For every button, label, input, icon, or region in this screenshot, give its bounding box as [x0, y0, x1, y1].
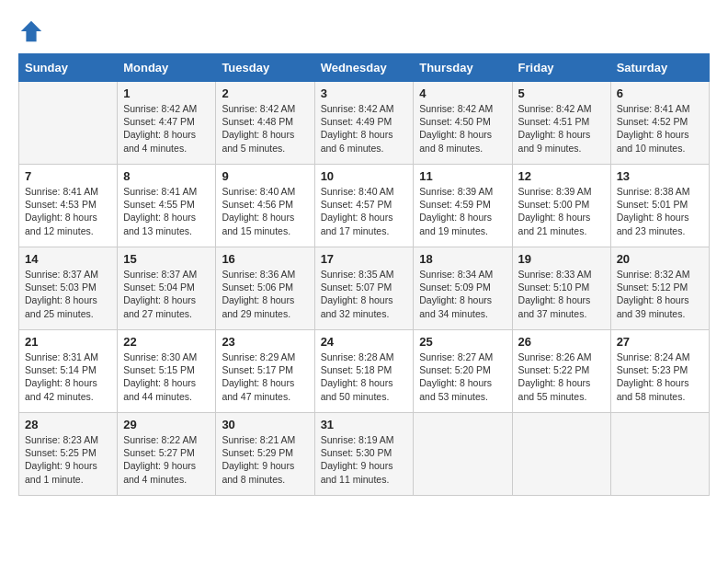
calendar-cell: 27Sunrise: 8:24 AM Sunset: 5:23 PM Dayli…	[610, 330, 709, 413]
day-number: 9	[222, 169, 308, 183]
calendar-cell: 6Sunrise: 8:41 AM Sunset: 4:52 PM Daylig…	[610, 82, 709, 165]
day-number: 31	[321, 418, 408, 431]
calendar-cell: 5Sunrise: 8:42 AM Sunset: 4:51 PM Daylig…	[512, 82, 610, 165]
svg-marker-0	[21, 21, 41, 41]
calendar-table: SundayMondayTuesdayWednesdayThursdayFrid…	[18, 53, 710, 496]
day-header-sunday: Sunday	[19, 54, 118, 82]
calendar-cell: 7Sunrise: 8:41 AM Sunset: 4:53 PM Daylig…	[19, 165, 118, 247]
day-number: 14	[25, 252, 111, 266]
day-header-monday: Monday	[118, 54, 216, 82]
week-row-4: 21Sunrise: 8:31 AM Sunset: 5:14 PM Dayli…	[19, 330, 710, 413]
cell-content: Sunrise: 8:42 AM Sunset: 4:50 PM Dayligh…	[419, 102, 506, 155]
calendar-cell	[19, 82, 118, 165]
day-number: 12	[518, 169, 605, 183]
day-number: 13	[617, 169, 703, 183]
calendar-cell: 19Sunrise: 8:33 AM Sunset: 5:10 PM Dayli…	[512, 247, 610, 330]
calendar-cell	[610, 413, 709, 496]
cell-content: Sunrise: 8:42 AM Sunset: 4:51 PM Dayligh…	[518, 102, 605, 155]
cell-content: Sunrise: 8:34 AM Sunset: 5:09 PM Dayligh…	[419, 268, 506, 320]
cell-content: Sunrise: 8:41 AM Sunset: 4:53 PM Dayligh…	[25, 185, 111, 237]
cell-content: Sunrise: 8:23 AM Sunset: 5:25 PM Dayligh…	[25, 433, 111, 486]
day-number: 4	[419, 86, 506, 100]
calendar-cell: 9Sunrise: 8:40 AM Sunset: 4:56 PM Daylig…	[216, 165, 314, 247]
calendar-cell: 26Sunrise: 8:26 AM Sunset: 5:22 PM Dayli…	[512, 330, 610, 413]
calendar-cell: 12Sunrise: 8:39 AM Sunset: 5:00 PM Dayli…	[512, 165, 610, 247]
day-number: 22	[123, 335, 210, 349]
day-number: 2	[222, 86, 308, 100]
calendar-cell: 30Sunrise: 8:21 AM Sunset: 5:29 PM Dayli…	[216, 413, 314, 496]
day-number: 16	[222, 252, 308, 266]
day-header-tuesday: Tuesday	[216, 54, 314, 82]
day-header-wednesday: Wednesday	[314, 54, 414, 82]
day-number: 7	[25, 169, 111, 183]
day-header-thursday: Thursday	[414, 54, 512, 82]
cell-content: Sunrise: 8:35 AM Sunset: 5:07 PM Dayligh…	[321, 268, 408, 320]
cell-content: Sunrise: 8:21 AM Sunset: 5:29 PM Dayligh…	[222, 433, 308, 486]
day-number: 15	[123, 252, 210, 266]
day-number: 6	[617, 86, 703, 100]
cell-content: Sunrise: 8:38 AM Sunset: 5:01 PM Dayligh…	[617, 185, 703, 237]
day-number: 11	[419, 169, 506, 183]
calendar-cell: 2Sunrise: 8:42 AM Sunset: 4:48 PM Daylig…	[216, 82, 314, 165]
cell-content: Sunrise: 8:42 AM Sunset: 4:49 PM Dayligh…	[321, 102, 408, 155]
day-number: 20	[617, 252, 703, 266]
cell-content: Sunrise: 8:39 AM Sunset: 4:59 PM Dayligh…	[419, 185, 506, 237]
calendar-cell: 28Sunrise: 8:23 AM Sunset: 5:25 PM Dayli…	[19, 413, 118, 496]
day-header-saturday: Saturday	[610, 54, 709, 82]
day-number: 23	[222, 335, 308, 349]
week-row-1: 1Sunrise: 8:42 AM Sunset: 4:47 PM Daylig…	[19, 82, 710, 165]
header-row: SundayMondayTuesdayWednesdayThursdayFrid…	[19, 54, 710, 82]
calendar-cell: 13Sunrise: 8:38 AM Sunset: 5:01 PM Dayli…	[610, 165, 709, 247]
calendar-cell: 31Sunrise: 8:19 AM Sunset: 5:30 PM Dayli…	[314, 413, 414, 496]
calendar-cell: 18Sunrise: 8:34 AM Sunset: 5:09 PM Dayli…	[414, 247, 512, 330]
day-number: 24	[321, 335, 408, 349]
calendar-cell: 22Sunrise: 8:30 AM Sunset: 5:15 PM Dayli…	[118, 330, 216, 413]
day-number: 19	[518, 252, 605, 266]
day-number: 30	[222, 418, 308, 431]
day-header-friday: Friday	[512, 54, 610, 82]
cell-content: Sunrise: 8:29 AM Sunset: 5:17 PM Dayligh…	[222, 350, 308, 403]
cell-content: Sunrise: 8:41 AM Sunset: 4:55 PM Dayligh…	[123, 185, 210, 237]
calendar-cell: 21Sunrise: 8:31 AM Sunset: 5:14 PM Dayli…	[19, 330, 118, 413]
day-number: 25	[419, 335, 506, 349]
day-number: 3	[321, 86, 408, 100]
cell-content: Sunrise: 8:40 AM Sunset: 4:57 PM Dayligh…	[321, 185, 408, 237]
week-row-2: 7Sunrise: 8:41 AM Sunset: 4:53 PM Daylig…	[19, 165, 710, 247]
cell-content: Sunrise: 8:42 AM Sunset: 4:48 PM Dayligh…	[222, 102, 308, 155]
calendar-cell	[414, 413, 512, 496]
cell-content: Sunrise: 8:37 AM Sunset: 5:03 PM Dayligh…	[25, 268, 111, 320]
cell-content: Sunrise: 8:37 AM Sunset: 5:04 PM Dayligh…	[123, 268, 210, 320]
day-number: 17	[321, 252, 408, 266]
day-number: 18	[419, 252, 506, 266]
cell-content: Sunrise: 8:22 AM Sunset: 5:27 PM Dayligh…	[123, 433, 210, 486]
day-number: 5	[518, 86, 605, 100]
calendar-cell: 10Sunrise: 8:40 AM Sunset: 4:57 PM Dayli…	[314, 165, 414, 247]
day-number: 8	[123, 169, 210, 183]
calendar-body: 1Sunrise: 8:42 AM Sunset: 4:47 PM Daylig…	[19, 82, 710, 496]
calendar-cell: 29Sunrise: 8:22 AM Sunset: 5:27 PM Dayli…	[118, 413, 216, 496]
calendar-cell: 15Sunrise: 8:37 AM Sunset: 5:04 PM Dayli…	[118, 247, 216, 330]
calendar-cell: 4Sunrise: 8:42 AM Sunset: 4:50 PM Daylig…	[414, 82, 512, 165]
cell-content: Sunrise: 8:33 AM Sunset: 5:10 PM Dayligh…	[518, 268, 605, 320]
cell-content: Sunrise: 8:39 AM Sunset: 5:00 PM Dayligh…	[518, 185, 605, 237]
cell-content: Sunrise: 8:19 AM Sunset: 5:30 PM Dayligh…	[321, 433, 408, 486]
calendar-cell: 1Sunrise: 8:42 AM Sunset: 4:47 PM Daylig…	[118, 82, 216, 165]
cell-content: Sunrise: 8:41 AM Sunset: 4:52 PM Dayligh…	[617, 102, 703, 155]
calendar-cell: 11Sunrise: 8:39 AM Sunset: 4:59 PM Dayli…	[414, 165, 512, 247]
cell-content: Sunrise: 8:24 AM Sunset: 5:23 PM Dayligh…	[617, 350, 703, 403]
calendar-cell: 17Sunrise: 8:35 AM Sunset: 5:07 PM Dayli…	[314, 247, 414, 330]
cell-content: Sunrise: 8:30 AM Sunset: 5:15 PM Dayligh…	[123, 350, 210, 403]
day-number: 1	[123, 86, 210, 100]
calendar-cell: 3Sunrise: 8:42 AM Sunset: 4:49 PM Daylig…	[314, 82, 414, 165]
day-number: 27	[617, 335, 703, 349]
cell-content: Sunrise: 8:36 AM Sunset: 5:06 PM Dayligh…	[222, 268, 308, 320]
calendar-cell: 24Sunrise: 8:28 AM Sunset: 5:18 PM Dayli…	[314, 330, 414, 413]
week-row-5: 28Sunrise: 8:23 AM Sunset: 5:25 PM Dayli…	[19, 413, 710, 496]
calendar-cell: 14Sunrise: 8:37 AM Sunset: 5:03 PM Dayli…	[19, 247, 118, 330]
cell-content: Sunrise: 8:26 AM Sunset: 5:22 PM Dayligh…	[518, 350, 605, 403]
cell-content: Sunrise: 8:31 AM Sunset: 5:14 PM Dayligh…	[25, 350, 111, 403]
calendar-cell: 16Sunrise: 8:36 AM Sunset: 5:06 PM Dayli…	[216, 247, 314, 330]
cell-content: Sunrise: 8:40 AM Sunset: 4:56 PM Dayligh…	[222, 185, 308, 237]
logo-icon	[18, 18, 44, 44]
day-number: 28	[25, 418, 111, 431]
